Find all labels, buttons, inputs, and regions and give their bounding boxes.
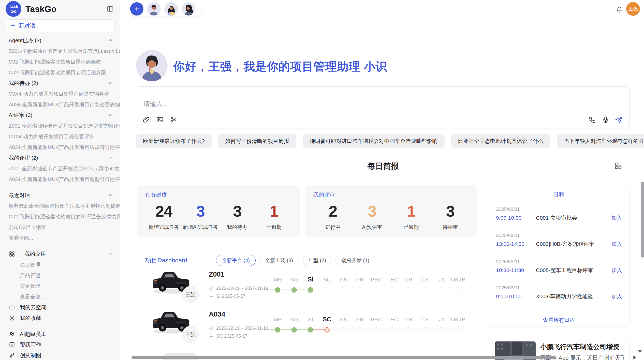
stat-label: 新增完成任务 <box>145 224 182 231</box>
sidebar-section-header[interactable]: AI评审 (3) <box>0 110 120 121</box>
scissors-icon[interactable] <box>169 115 178 124</box>
send-icon[interactable] <box>614 115 623 124</box>
sidebar-item[interactable]: C0X4-动力总成开发项目工程变更评审 <box>0 131 120 142</box>
stat: 24新增完成任务 <box>145 203 182 231</box>
horizontal-scrollbar[interactable] <box>131 356 556 359</box>
microphone-icon[interactable] <box>601 115 610 124</box>
project-row[interactable]: 王强Z0012023-12-19 ~ 2027-01-19SI-2025-05-… <box>137 265 478 306</box>
sidebar-section-header[interactable]: 我的待办 (2) <box>0 78 120 88</box>
milestone-dot <box>357 327 362 332</box>
event-join-link[interactable]: 加入 <box>611 241 622 248</box>
app-item[interactable]: 产品管理 <box>0 270 120 281</box>
milestone-label: OKTB <box>447 317 470 323</box>
dashboard-tab[interactable]: 全新平台 (4) <box>216 255 256 266</box>
sidebar-tool[interactable]: AI超级员工 <box>0 329 120 339</box>
suggestion-chip[interactable]: 特朗普可能对进口汽车增税会对中国车企造成哪些影响 <box>303 134 445 148</box>
avatar-woman-1[interactable] <box>164 2 178 16</box>
stat: 2进行中 <box>313 203 353 231</box>
sidebar-item[interactable]: A034-全新新能源MUV产品开发项目计划变更表编写 <box>0 99 120 110</box>
project-flag: SI-2025-05-17 <box>209 294 245 299</box>
scroll-down-arrow-icon[interactable] <box>638 350 642 353</box>
milestone-dot <box>291 327 297 333</box>
schedule-title: 日程 <box>488 191 629 199</box>
app-item[interactable]: 项目管理 <box>0 259 120 270</box>
app-item[interactable]: 查看全部... <box>0 291 120 302</box>
sidebar-item[interactable]: C0X4-动力总成开发项目SI里程碑提交物检查 <box>0 88 120 99</box>
sidebar-item[interactable]: Z001-全新燃油轻卡产品开发项目SI节点属性5D文件评审 <box>0 163 120 174</box>
sidebar-collapse-icon[interactable] <box>106 5 114 13</box>
sidebar-item[interactable]: C02-飞腾新能源轻客改款项目里程碑画布 <box>0 56 120 67</box>
app-logo: Task Go <box>6 1 21 17</box>
suggestion-chip[interactable]: 如何写一份清晰的项目周报 <box>218 134 296 148</box>
new-chat-button[interactable]: + 新对话 <box>6 19 114 32</box>
sidebar-apps-header[interactable]: 我的应用 <box>0 249 120 259</box>
chat-input[interactable] <box>143 100 551 108</box>
sidebar-item[interactable]: Z001-全新燃油轻卡产品开发项目SI造型提交物评审 <box>0 121 120 131</box>
event-join-link[interactable]: 加入 <box>611 293 622 300</box>
scroll-right-arrow-icon[interactable] <box>633 355 636 359</box>
event-date: 2025/03/11 <box>496 233 622 238</box>
user-avatar[interactable]: 王强 <box>626 2 640 16</box>
avatar-man[interactable] <box>147 2 161 16</box>
dashboard-tab[interactable]: 年型 (2) <box>302 255 332 266</box>
project-row[interactable]: 王强A0342023-12-19 ~ 2026-01-19SC-2025-05-… <box>137 305 478 346</box>
label: 创意制图 <box>20 352 41 359</box>
stat-value: 3 <box>219 203 256 220</box>
suggestion-chip[interactable]: 当下年轻人对汽车外观有怎样的喜好趋势 <box>557 134 644 148</box>
milestone-dot <box>423 327 428 332</box>
divider <box>0 246 120 246</box>
dates-text: 2023-12-19 ~ 2027-01-19 <box>216 286 268 291</box>
add-conversation-button[interactable] <box>130 2 143 16</box>
label: 帮我写作 <box>20 341 41 348</box>
recent-conversation-item[interactable]: 解释最新出台的欧盟报废车法规再生塑料比例被调至15%... <box>0 201 120 211</box>
conversation-pill <box>128 1 202 17</box>
sidebar-tool[interactable]: 创意制图 <box>0 350 120 360</box>
vertical-scrollbar[interactable] <box>641 182 644 258</box>
attachment-icon[interactable] <box>142 115 151 124</box>
stat-card: 我的评审2进行中3AI预评审1已逾期3待评审 <box>305 185 477 237</box>
app-item[interactable]: 变更管理 <box>0 281 120 291</box>
flag-text: SI-2025-05-17 <box>216 294 245 299</box>
event-join-link[interactable]: 加入 <box>611 214 622 221</box>
event-date: 2025/03/11 <box>496 285 622 291</box>
recent-conversation-item[interactable]: 公司Q3轻卡销量 <box>0 222 120 233</box>
sidebar-recent-header[interactable]: 最近对话 <box>0 190 120 201</box>
stat-value: 3 <box>353 203 392 220</box>
sidebar-item-box[interactable]: 我的云空间 <box>0 302 120 313</box>
suggestion-chip[interactable]: 欧洲新规最近颁布了什么? <box>136 134 212 148</box>
project-dates: 2023-12-19 ~ 2027-01-19 <box>209 286 268 291</box>
sidebar-item[interactable]: A034-全新新能源MUV产品开发项目法规符合性评审 <box>0 142 120 153</box>
view-all-schedule-link[interactable]: 查看所有日程 <box>488 317 629 324</box>
section-title: AI评审 (3) <box>9 112 32 119</box>
app-title: TaskGo <box>25 4 106 14</box>
event-time: 9:00-10:00 <box>496 293 536 299</box>
notification-bell-icon[interactable] <box>616 5 624 13</box>
box-icon <box>9 304 15 310</box>
stat: 3待评审 <box>431 203 470 231</box>
sidebar-tool[interactable]: 帮我写作 <box>0 339 120 350</box>
stat-value: 24 <box>145 203 182 220</box>
sidebar: Task Go TaskGo + 新对话 Agent已办 (3)Z001-全新燃… <box>0 0 120 360</box>
project-dashboard-card: 项目Dashboard 全新平台 (4)全新上装 (3)年型 (2)动总开发 (… <box>137 248 477 360</box>
image-icon[interactable] <box>156 115 164 124</box>
sidebar-item[interactable]: A034-全新新能源MUV产品开发项目造型可行性评审 <box>0 174 120 185</box>
sidebar-item-star[interactable]: 我的收藏 <box>0 313 120 323</box>
suggestion-chips: 欧洲新规最近颁布了什么?如何写一份清晰的项目周报特朗普可能对进口汽车增税会对中国… <box>136 134 630 148</box>
chevron-up-icon <box>108 192 113 198</box>
stat-label: 已逾期 <box>392 224 431 231</box>
avatar-woman-2[interactable] <box>182 2 195 16</box>
milestone-dot <box>324 287 329 292</box>
stat: 3AI预评审 <box>353 203 392 231</box>
sidebar-section-header[interactable]: Agent已办 (3) <box>0 35 120 46</box>
recent-conversation-item[interactable]: C02-飞腾新能源轻客改款项目的闭环通告反馈情况 <box>0 211 120 222</box>
phone-icon[interactable] <box>588 115 597 124</box>
sidebar-item[interactable]: C02-飞腾新能源轻客改款项目立项汇报方案 <box>0 67 120 78</box>
suggestion-chip[interactable]: 比亚迪全固态电池计划具体说了什么 <box>451 134 550 148</box>
recent-conversation-item[interactable]: 查看全部... <box>0 233 120 243</box>
event-join-link[interactable]: 加入 <box>611 267 622 274</box>
dashboard-tab[interactable]: 全新上装 (3) <box>259 255 299 266</box>
sidebar-section-header[interactable]: 我的评审 (2) <box>0 153 120 163</box>
briefing-layout-icon[interactable] <box>614 162 623 170</box>
sidebar-item[interactable]: Z001-全新燃油皮卡产品开发项目SI节点Lesson Learn报告 <box>0 46 120 56</box>
dashboard-tab[interactable]: 动总开发 (1) <box>335 255 375 266</box>
